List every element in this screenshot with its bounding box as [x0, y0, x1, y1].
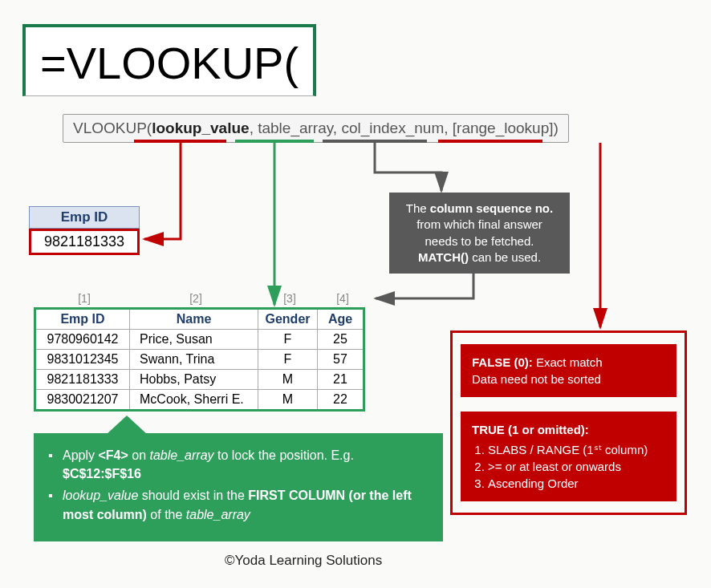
table-array-callout: Apply <F4> on table_array to lock the po…: [34, 433, 443, 541]
table-row[interactable]: 9780960142Price, SusanF25: [35, 330, 364, 350]
table-row[interactable]: 9821181333Hobbs, PatsyM21: [35, 370, 364, 390]
empid-header: Emp ID: [29, 206, 140, 229]
column-index-labels: [1] [2] [3] [4]: [37, 292, 366, 305]
col-index-callout: The column sequence no. from which final…: [389, 193, 570, 274]
false-panel: FALSE (0): Exact match Data need not be …: [461, 344, 676, 397]
empid-cell[interactable]: 9821181333: [29, 229, 140, 255]
underline-col-index: [323, 140, 427, 143]
table-row[interactable]: 9830021207McCook, Sherri E.M22: [35, 390, 364, 411]
employee-table[interactable]: Emp ID Name Gender Age 9780960142Price, …: [34, 307, 365, 412]
true-panel: TRUE (1 or omitted): SLABS / RANGE (1ˢᵗ …: [461, 412, 676, 501]
range-lookup-callout: FALSE (0): Exact match Data need not be …: [450, 330, 687, 515]
copyright-text: ©Yoda Learning Solutions: [225, 553, 382, 569]
underline-table-array: [235, 140, 314, 143]
formula-bar[interactable]: =VLOOKUP(: [22, 24, 316, 96]
table-header-row: Emp ID Name Gender Age: [35, 309, 364, 330]
underline-lookup-value: [134, 140, 226, 143]
formula-text: =VLOOKUP(: [40, 38, 299, 88]
syntax-tooltip: VLOOKUP(lookup_value, table_array, col_i…: [63, 114, 569, 143]
underline-range-lookup: [438, 140, 542, 143]
table-row[interactable]: 9831012345Swann, TrinaF57: [35, 350, 364, 370]
